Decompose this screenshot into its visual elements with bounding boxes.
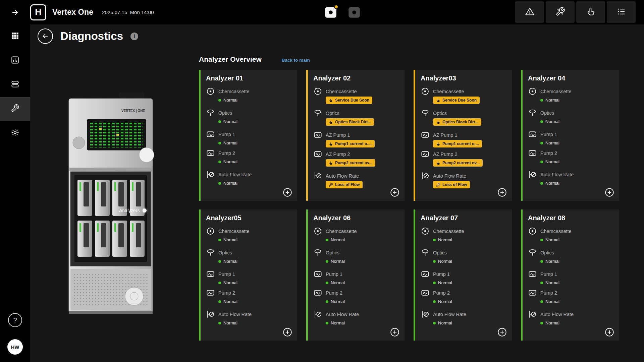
status-bar (199, 70, 201, 201)
flow-icon (421, 310, 430, 319)
pump-icon (528, 148, 537, 158)
status-dot (326, 260, 328, 263)
status-dot (540, 282, 543, 284)
chemcassette-icon (421, 87, 430, 96)
component-status: Normal (218, 298, 292, 305)
component-label: Pump 1 (433, 272, 450, 277)
component-list: Chemcassette Service Due Soon Optics Opt… (421, 86, 507, 188)
status-dot (326, 300, 328, 303)
component-status: Normal (433, 279, 507, 286)
status-text: Normal (545, 119, 559, 124)
back-to-main-link[interactable]: Back to main (282, 58, 310, 63)
sidebar-item-maintenance[interactable] (0, 97, 30, 121)
component-row: Pump 2 Normal (206, 148, 292, 165)
avatar[interactable]: HW (7, 339, 23, 355)
component-status: Normal (540, 118, 614, 125)
status-bar (414, 70, 415, 201)
status-dot (218, 120, 221, 123)
expand-analyzer-button[interactable] (605, 188, 614, 197)
back-button[interactable] (38, 28, 53, 44)
component-row: Pump 1 Normal (528, 269, 614, 286)
flow-icon (421, 171, 430, 180)
service-button[interactable] (576, 1, 605, 23)
status-dot (540, 99, 543, 102)
info-icon[interactable]: i (130, 33, 138, 40)
warning-badge: Service Due Soon (433, 97, 480, 104)
status-text: Normal (331, 280, 345, 285)
component-label: Auto Flow Rate (218, 172, 252, 177)
expand-analyzer-button[interactable] (390, 188, 399, 197)
analyzer-card: Analyzer 06 Chemcassette Normal Optics N… (306, 209, 405, 341)
app-title: Vertex One (52, 8, 93, 17)
component-status: Pump2 current ov... (326, 159, 400, 167)
chemcassette-icon (206, 87, 215, 96)
expand-analyzer-button[interactable] (497, 188, 507, 197)
events-button[interactable] (607, 1, 636, 23)
analyzer-name: Analyzer 08 (528, 214, 614, 222)
chemcassette-icon (313, 227, 322, 236)
component-label: Pump 1 (218, 272, 235, 277)
status-text: Normal (223, 237, 237, 242)
sidebar-item-reports[interactable] (0, 49, 30, 73)
component-status: Normal (326, 258, 400, 265)
component-row: Optics Normal (528, 248, 614, 265)
component-label: Pump 2 (540, 150, 557, 156)
component-row: Chemcassette Normal (206, 226, 292, 243)
pump-icon (206, 130, 215, 139)
component-status: Normal (326, 298, 400, 305)
component-list: Chemcassette Normal Optics Normal Pump 1… (528, 86, 614, 187)
expand-analyzer-button[interactable] (605, 327, 614, 337)
chemcassette-secondary-icon[interactable] (347, 5, 361, 19)
component-label: Chemcassette (218, 89, 250, 94)
alerts-button[interactable] (515, 1, 544, 23)
hand-icon (436, 142, 440, 146)
status-bar (414, 209, 415, 341)
analyzer-grid: Analyzer 01 Chemcassette Normal Optics N… (199, 70, 619, 341)
cassette-status-icons (324, 0, 361, 24)
component-status: Optics Block Dirt... (326, 118, 400, 126)
expand-analyzer-button[interactable] (283, 327, 292, 337)
analyzer-card: Analyzer 01 Chemcassette Normal Optics N… (199, 70, 297, 201)
honeywell-logo: H (30, 4, 46, 20)
device-label-text: Analyzers (119, 208, 140, 213)
component-label: Optics (433, 111, 447, 116)
pump-icon (313, 130, 322, 139)
expand-arrow-icon[interactable] (0, 8, 30, 16)
status-text: Normal (545, 280, 559, 285)
help-button[interactable]: ? (8, 313, 22, 327)
hand-icon (329, 120, 333, 124)
component-row: Pump 1 Normal (206, 129, 292, 146)
status-text: Normal (331, 299, 345, 304)
hand-icon (436, 98, 440, 103)
analyzers-hotspot[interactable]: Analyzers (119, 208, 147, 213)
component-label: AZ Pump 1 (326, 132, 350, 138)
warning-text: Pump1 current o.... (335, 141, 372, 146)
chemcassette-primary-icon[interactable] (324, 5, 338, 19)
component-row: Chemcassette Service Due Soon (313, 86, 400, 104)
component-status: Normal (218, 180, 292, 187)
component-row: Chemcassette Normal (313, 226, 400, 243)
expand-analyzer-button[interactable] (390, 327, 399, 337)
topbar-buttons (515, 1, 636, 23)
component-row: Pump 1 Normal (421, 269, 507, 286)
status-text: Normal (223, 140, 237, 145)
device-brand: VERTEX | ONE (121, 109, 145, 113)
chemcassette-icon (528, 227, 537, 236)
status-dot (433, 282, 436, 284)
status-text: Normal (545, 320, 559, 325)
pump-icon (206, 269, 215, 279)
expand-analyzer-button[interactable] (497, 327, 507, 337)
component-row: Optics Normal (206, 108, 292, 125)
component-status: Normal (326, 279, 400, 286)
sidebar-item-settings[interactable] (0, 121, 30, 145)
sidebar-item-apps[interactable] (0, 24, 30, 49)
component-status: Normal (218, 258, 292, 265)
component-row: Pump 1 Normal (528, 129, 614, 146)
expand-analyzer-button[interactable] (283, 188, 292, 197)
component-row: Chemcassette Normal (421, 226, 507, 243)
sidebar-item-analyzers[interactable] (0, 73, 30, 97)
warning-badge: Pump1 current o.... (433, 140, 482, 147)
tools-button[interactable] (546, 1, 575, 23)
component-status: Normal (540, 279, 614, 286)
component-label: Pump 1 (540, 132, 557, 137)
